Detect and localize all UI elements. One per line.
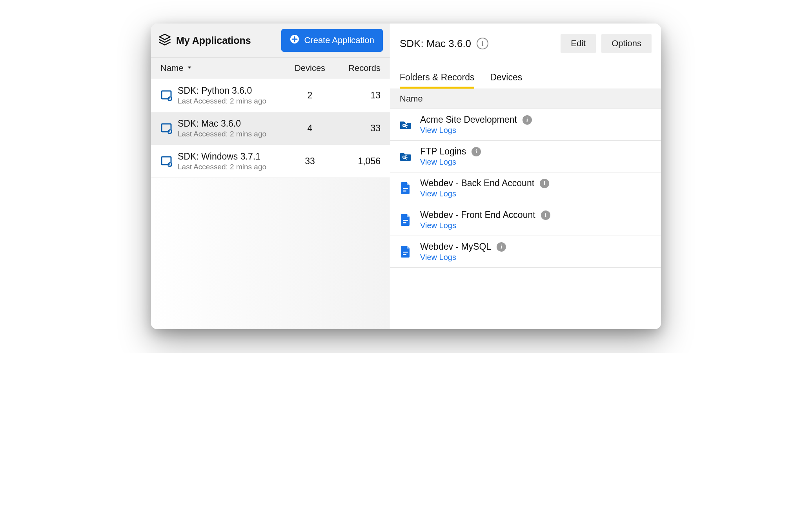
record-name: FTP Logins: [420, 146, 466, 157]
record-row[interactable]: Webdev - Back End AccountiView Logs: [390, 172, 661, 204]
svg-rect-16: [403, 254, 406, 255]
svg-rect-15: [403, 252, 408, 253]
svg-rect-11: [403, 188, 408, 189]
application-devices-count: 33: [286, 156, 333, 167]
record-row[interactable]: Acme Site DevelopmentiView Logs: [390, 109, 661, 141]
applications-panel: My Applications Create Application Name …: [151, 24, 390, 329]
svg-rect-13: [403, 220, 408, 221]
detail-header: SDK: Mac 3.6.0 i Edit Options: [390, 24, 661, 61]
record-row[interactable]: Webdev - Front End AccountiView Logs: [390, 204, 661, 236]
column-headers: Name Devices Records: [151, 58, 390, 79]
tab-folders-records[interactable]: Folders & Records: [400, 72, 474, 89]
column-header-name[interactable]: Name: [160, 63, 286, 73]
info-icon[interactable]: i: [497, 242, 506, 252]
info-icon[interactable]: i: [477, 38, 488, 49]
info-icon[interactable]: i: [540, 179, 549, 188]
application-icon: [160, 89, 178, 102]
record-name: Webdev - Front End Account: [420, 210, 535, 220]
record-name: Webdev - MySQL: [420, 241, 491, 252]
application-info: SDK: Python 3.6.0Last Accessed: 2 mins a…: [178, 85, 286, 105]
application-devices-count: 2: [286, 90, 333, 101]
view-logs-link[interactable]: View Logs: [420, 221, 550, 230]
brand: My Applications: [158, 33, 251, 48]
brand-logo-icon: [158, 33, 171, 48]
column-header-name-label: Name: [160, 63, 184, 73]
info-icon[interactable]: i: [541, 210, 550, 220]
left-header: My Applications Create Application: [151, 24, 390, 58]
column-header-records[interactable]: Records: [333, 63, 381, 73]
plus-circle-icon: [290, 34, 299, 46]
left-panel-empty-space: [151, 178, 390, 329]
column-header-devices[interactable]: Devices: [286, 63, 333, 73]
record-info: Webdev - Front End AccountiView Logs: [420, 210, 550, 230]
svg-point-1: [167, 96, 172, 101]
application-records-count: 13: [333, 90, 381, 101]
application-list: SDK: Python 3.6.0Last Accessed: 2 mins a…: [151, 79, 390, 178]
svg-point-5: [167, 162, 172, 167]
svg-rect-12: [403, 190, 406, 192]
application-icon: [160, 122, 178, 135]
application-row[interactable]: SDK: Mac 3.6.0Last Accessed: 2 mins ago4…: [151, 112, 390, 145]
tab-devices[interactable]: Devices: [490, 72, 522, 89]
create-application-button[interactable]: Create Application: [281, 29, 383, 52]
application-name: SDK: Python 3.6.0: [178, 85, 286, 96]
record-info: Webdev - MySQLiView Logs: [420, 241, 506, 262]
view-logs-link[interactable]: View Logs: [420, 126, 532, 135]
application-records-count: 33: [333, 123, 381, 134]
application-devices-count: 4: [286, 123, 333, 134]
svg-point-8: [404, 125, 405, 126]
application-name: SDK: Mac 3.6.0: [178, 118, 286, 129]
record-row[interactable]: FTP LoginsiView Logs: [390, 141, 661, 172]
record-info: FTP LoginsiView Logs: [420, 146, 481, 167]
view-logs-link[interactable]: View Logs: [420, 158, 481, 167]
info-icon[interactable]: i: [472, 147, 481, 156]
sort-desc-icon: [186, 63, 193, 73]
detail-panel: SDK: Mac 3.6.0 i Edit Options Folders & …: [390, 24, 661, 329]
record-info: Webdev - Back End AccountiView Logs: [420, 178, 549, 198]
view-logs-link[interactable]: View Logs: [420, 253, 506, 262]
app-window: My Applications Create Application Name …: [151, 24, 661, 329]
view-logs-link[interactable]: View Logs: [420, 189, 549, 198]
records-list: Acme Site DevelopmentiView LogsFTP Login…: [390, 109, 661, 268]
record-name: Acme Site Development: [420, 114, 517, 125]
application-last-accessed: Last Accessed: 2 mins ago: [178, 163, 286, 171]
shared-folder-icon: [400, 118, 414, 131]
options-button[interactable]: Options: [601, 34, 652, 53]
page-title: My Applications: [176, 35, 251, 46]
record-name: Webdev - Back End Account: [420, 178, 534, 189]
application-info: SDK: Mac 3.6.0Last Accessed: 2 mins ago: [178, 118, 286, 138]
application-row[interactable]: SDK: Python 3.6.0Last Accessed: 2 mins a…: [151, 79, 390, 112]
application-row[interactable]: SDK: Windows 3.7.1Last Accessed: 2 mins …: [151, 145, 390, 178]
application-info: SDK: Windows 3.7.1Last Accessed: 2 mins …: [178, 151, 286, 171]
records-column-header: Name: [390, 89, 661, 109]
file-icon: [400, 213, 414, 227]
create-application-label: Create Application: [304, 35, 374, 45]
detail-tabs: Folders & Records Devices: [390, 61, 661, 89]
info-icon[interactable]: i: [523, 115, 532, 125]
record-info: Acme Site DevelopmentiView Logs: [420, 114, 532, 135]
application-icon: [160, 155, 178, 168]
shared-folder-icon: [400, 150, 414, 163]
application-records-count: 1,056: [333, 156, 381, 167]
edit-button[interactable]: Edit: [561, 34, 596, 53]
svg-point-10: [404, 157, 405, 158]
application-last-accessed: Last Accessed: 2 mins ago: [178, 97, 286, 105]
application-name: SDK: Windows 3.7.1: [178, 151, 286, 162]
file-icon: [400, 245, 414, 258]
svg-rect-14: [403, 222, 406, 223]
application-last-accessed: Last Accessed: 2 mins ago: [178, 130, 286, 138]
file-icon: [400, 181, 414, 195]
record-row[interactable]: Webdev - MySQLiView Logs: [390, 236, 661, 268]
detail-title: SDK: Mac 3.6.0: [400, 38, 471, 50]
svg-point-3: [167, 129, 172, 134]
